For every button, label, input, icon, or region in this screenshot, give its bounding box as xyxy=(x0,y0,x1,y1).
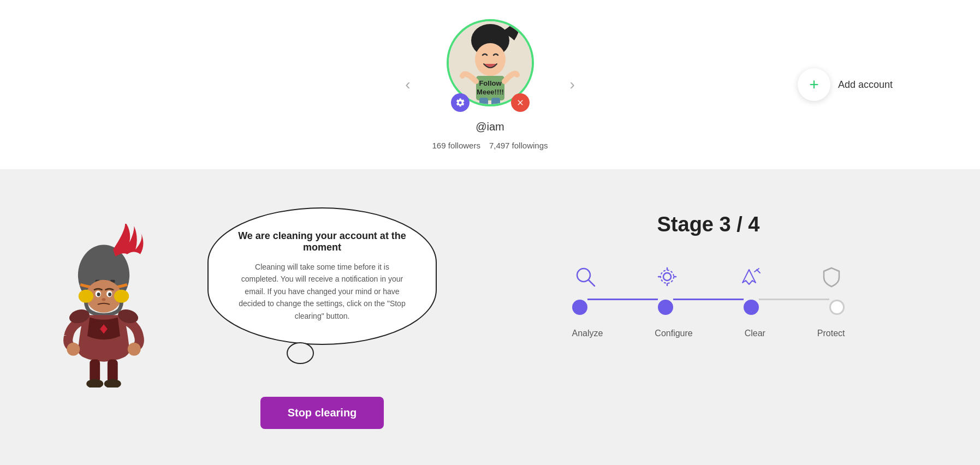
step-dots-row xyxy=(572,299,845,315)
svg-point-26 xyxy=(104,379,121,388)
step-line-1 xyxy=(587,299,658,300)
followers-count: 169 followers xyxy=(432,141,480,150)
bubble-tail xyxy=(287,342,314,364)
step-line-2 xyxy=(673,299,744,300)
svg-text:Follow: Follow xyxy=(479,79,502,87)
mascot-character xyxy=(44,224,164,390)
svg-point-32 xyxy=(661,270,674,283)
avatar-container: Follow Meee!!!! xyxy=(432,19,548,150)
remove-account-btn[interactable] xyxy=(511,93,530,112)
step-label-configure: Configure xyxy=(655,329,692,338)
protect-icon xyxy=(818,264,845,290)
mascot-svg xyxy=(44,224,164,388)
top-section: ‹ xyxy=(0,0,980,169)
stop-clearing-button[interactable]: Stop clearing xyxy=(260,397,384,429)
stage-title: Stage 3 / 4 xyxy=(657,213,760,236)
add-account-button[interactable]: + xyxy=(798,68,830,101)
svg-point-17 xyxy=(102,298,106,301)
step-dot-protect xyxy=(829,300,845,315)
svg-line-30 xyxy=(589,280,595,286)
step-label-analyze: Analyze xyxy=(572,329,603,338)
svg-point-31 xyxy=(663,273,671,281)
speech-bubble: We are cleaning your account at the mome… xyxy=(207,207,437,345)
speech-bubble-title: We are cleaning your account at the mome… xyxy=(236,230,408,253)
step-dot-analyze xyxy=(572,300,587,315)
svg-point-18 xyxy=(79,290,93,303)
svg-point-16 xyxy=(108,293,111,296)
step-label-protect: Protect xyxy=(817,329,845,338)
clear-icon xyxy=(737,264,763,290)
username: @iam xyxy=(476,121,504,133)
svg-point-22 xyxy=(128,343,141,356)
svg-point-21 xyxy=(67,343,80,356)
account-stats: 169 followers 7,497 followings xyxy=(432,141,548,150)
progress-container: Analyze Configure Clear Protect xyxy=(572,264,845,338)
followings-count: 7,497 followings xyxy=(489,141,548,150)
step-line-3 xyxy=(759,299,829,300)
step-dot-clear xyxy=(744,300,759,315)
step-label-clear: Clear xyxy=(745,329,765,338)
stage-area: Stage 3 / 4 xyxy=(480,213,936,338)
speech-section: We are cleaning your account at the mome… xyxy=(207,207,437,429)
speech-bubble-text: Cleaning will take some time before it i… xyxy=(236,261,408,322)
analyze-icon xyxy=(572,264,598,290)
configure-icon xyxy=(654,264,680,290)
step-dot-configure xyxy=(658,300,673,315)
prev-arrow[interactable]: ‹ xyxy=(400,70,415,99)
settings-icon-btn[interactable] xyxy=(451,93,470,112)
avatar-image: Follow Meee!!!! xyxy=(449,21,532,104)
svg-point-2 xyxy=(475,43,506,76)
avatar-action-icons xyxy=(447,93,534,112)
add-account-area[interactable]: + Add account xyxy=(798,68,893,101)
svg-point-15 xyxy=(97,293,100,296)
step-labels-row: Analyze Configure Clear Protect xyxy=(572,322,845,338)
next-arrow[interactable]: › xyxy=(564,70,580,99)
svg-point-25 xyxy=(86,379,103,388)
account-nav: ‹ xyxy=(400,19,580,150)
svg-point-19 xyxy=(114,290,129,303)
step-icons-row xyxy=(572,264,845,299)
add-account-label: Add account xyxy=(838,79,893,91)
bottom-section: We are cleaning your account at the mome… xyxy=(0,169,980,465)
svg-line-34 xyxy=(757,270,760,273)
